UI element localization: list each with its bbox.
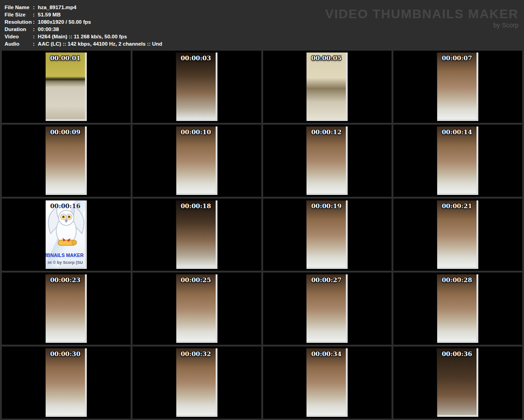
watermark-copyright: nt © by Scorp (SU (48, 260, 83, 265)
watermark-title: MBNAILS MAKER 8 (46, 252, 87, 258)
thumbnail-timestamp: 00:00:34 (307, 350, 346, 357)
video-thumbnail[interactable]: MBNAILS MAKER 8 nt © by Scorp (SU 00:00:… (46, 200, 87, 269)
video-thumbnail[interactable]: 00:00:10 (176, 126, 217, 195)
thumbnail-timestamp: 00:00:36 (437, 350, 476, 357)
thumbnail-timestamp: 00:00:16 (46, 202, 85, 210)
thumbnail-timestamp: 00:00:01 (46, 54, 85, 62)
meta-label: File Name (5, 4, 33, 11)
thumbnail-cell: 00:00:27 (263, 273, 392, 345)
thumbnail-cell: 00:00:01 (2, 51, 131, 123)
thumbnail-cell: 00:00:19 (263, 199, 392, 271)
meta-label: Audio (5, 40, 33, 47)
app-title: VIDEO THUMBNAILS MAKER (325, 7, 519, 21)
video-thumbnail[interactable]: 00:00:36 (437, 348, 478, 417)
thumbnail-cell: 00:00:34 (263, 346, 392, 419)
meta-value: AAC (LC) :: 142 kbps, 44100 Hz, 2 channe… (38, 41, 162, 47)
video-thumbnail[interactable]: 00:00:19 (307, 200, 348, 269)
thumbnail-cell: 00:00:12 (263, 125, 392, 197)
thumbnail-cell: 00:00:23 (2, 273, 131, 345)
video-thumbnail[interactable]: 00:00:18 (176, 200, 217, 269)
video-thumbnail[interactable]: 00:00:07 (437, 52, 478, 121)
thumbnail-timestamp: 00:00:30 (46, 350, 85, 357)
video-thumbnail[interactable]: 00:00:34 (307, 348, 348, 417)
meta-duration: Duration:00:00:38 (5, 26, 162, 33)
thumbnail-cell: 00:00:07 (393, 51, 522, 123)
meta-value: H264 (Main) :: 11 268 kb/s, 50.00 fps (38, 34, 127, 39)
meta-separator: : (33, 26, 35, 33)
meta-separator: : (33, 18, 35, 26)
thumbnail-cell: 00:00:10 (132, 125, 261, 197)
thumbnail-timestamp: 00:00:18 (176, 202, 216, 210)
thumbnail-timestamp: 00:00:10 (176, 128, 216, 136)
info-header: File Name:hza_89171.mp4 File Size:51.59 … (0, 0, 524, 49)
video-thumbnail[interactable]: 00:00:28 (437, 274, 478, 343)
thumbnail-timestamp: 00:00:21 (437, 202, 476, 210)
video-thumbnail[interactable]: 00:00:03 (176, 52, 217, 121)
meta-label: File Size (5, 11, 33, 18)
video-thumbnail[interactable]: 00:00:21 (437, 200, 478, 269)
meta-value: hza_89171.mp4 (38, 5, 76, 10)
thumbnail-cell: MBNAILS MAKER 8 nt © by Scorp (SU 00:00:… (2, 199, 131, 271)
thumbnail-cell: 00:00:14 (393, 125, 522, 197)
thumbnail-timestamp: 00:00:32 (176, 350, 216, 357)
meta-separator: : (33, 11, 35, 18)
meta-label: Video (5, 33, 33, 40)
video-thumbnail[interactable]: 00:00:25 (176, 274, 217, 343)
thumbnail-timestamp: 00:00:07 (437, 54, 476, 62)
meta-separator: : (33, 33, 35, 40)
video-thumbnail[interactable]: 00:00:32 (176, 348, 217, 417)
thumbnail-timestamp: 00:00:19 (307, 202, 346, 210)
video-thumbnail[interactable]: 00:00:27 (307, 274, 348, 343)
video-thumbnail[interactable]: 00:00:12 (307, 126, 348, 195)
video-thumbnail[interactable]: 00:00:01 (46, 52, 87, 121)
thumbnail-grid: 00:00:0100:00:0300:00:0500:00:0700:00:09… (0, 49, 524, 420)
meta-label: Resolution (5, 18, 33, 26)
thumbnail-cell: 00:00:09 (2, 125, 131, 197)
file-metadata: File Name:hza_89171.mp4 File Size:51.59 … (5, 4, 162, 47)
app-subtitle: by Scorp (325, 21, 519, 29)
thumbnail-timestamp: 00:00:14 (437, 128, 476, 136)
owl-icon (46, 204, 87, 252)
thumbnail-cell: 00:00:36 (393, 346, 522, 419)
app-wordmark: VIDEO THUMBNAILS MAKER by Scorp (325, 7, 519, 29)
video-thumbnail[interactable]: 00:00:14 (437, 126, 478, 195)
thumbnail-timestamp: 00:00:09 (46, 128, 85, 136)
video-thumbnail[interactable]: 00:00:23 (46, 274, 87, 343)
meta-audio: Audio:AAC (LC) :: 142 kbps, 44100 Hz, 2 … (5, 40, 162, 47)
meta-file-name: File Name:hza_89171.mp4 (5, 4, 162, 11)
thumbnail-cell: 00:00:18 (132, 199, 261, 271)
thumbnail-timestamp: 00:00:12 (307, 128, 346, 136)
thumbnail-timestamp: 00:00:27 (307, 276, 346, 284)
meta-label: Duration (5, 26, 33, 33)
thumbnail-cell: 00:00:32 (132, 346, 261, 419)
meta-separator: : (33, 4, 35, 11)
meta-value: 51.59 MB (38, 12, 61, 17)
meta-resolution: Resolution:1080x1920 / 50.00 fps (5, 18, 162, 26)
thumbnail-timestamp: 00:00:05 (307, 54, 346, 62)
meta-separator: : (33, 40, 35, 47)
thumbnail-timestamp: 00:00:23 (46, 276, 85, 284)
meta-value: 00:00:38 (38, 26, 59, 32)
meta-file-size: File Size:51.59 MB (5, 11, 162, 18)
video-thumbnail[interactable]: 00:00:09 (46, 126, 87, 195)
thumbnail-cell: 00:00:25 (132, 273, 261, 345)
video-thumbnail[interactable]: 00:00:05 (307, 52, 348, 121)
meta-video: Video:H264 (Main) :: 11 268 kb/s, 50.00 … (5, 33, 162, 40)
thumbnail-cell: 00:00:05 (263, 51, 392, 123)
thumbnail-cell: 00:00:21 (393, 199, 522, 271)
thumbnail-cell: 00:00:03 (132, 51, 261, 123)
thumbnail-timestamp: 00:00:28 (437, 276, 476, 284)
thumbnail-timestamp: 00:00:25 (176, 276, 216, 284)
video-thumbnail[interactable]: 00:00:30 (46, 348, 87, 417)
thumbnail-cell: 00:00:28 (393, 273, 522, 345)
meta-value: 1080x1920 / 50.00 fps (38, 19, 91, 25)
thumbnail-cell: 00:00:30 (2, 346, 131, 419)
thumbnail-timestamp: 00:00:03 (176, 54, 216, 62)
